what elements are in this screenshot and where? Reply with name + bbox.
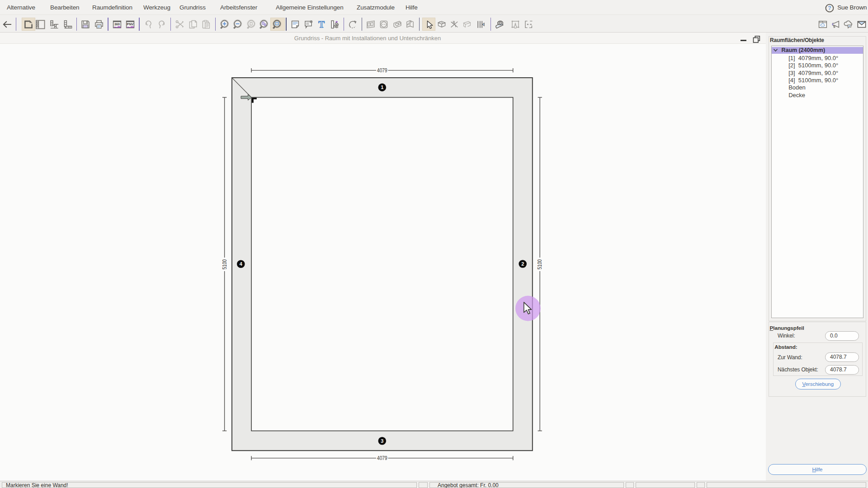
svg-text:1: 1 — [381, 84, 383, 90]
svg-text:4079: 4079 — [377, 455, 387, 461]
svg-text:5100: 5100 — [537, 259, 543, 269]
svg-text:2: 2 — [521, 261, 524, 267]
svg-text:T: T — [318, 19, 325, 29]
svg-text:360: 360 — [114, 22, 120, 26]
svg-text:4: 4 — [240, 261, 243, 267]
svg-text:PNV: PNV — [127, 22, 134, 26]
svg-text:4079: 4079 — [377, 67, 387, 74]
svg-text:3: 3 — [381, 438, 383, 444]
svg-text:?: ? — [828, 5, 831, 11]
svg-text:5100: 5100 — [222, 259, 228, 269]
